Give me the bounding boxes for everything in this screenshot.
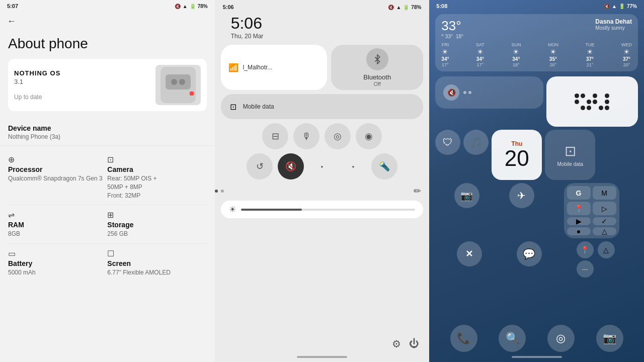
drive-icon[interactable]: △ — [593, 227, 616, 235]
camera-dock-app[interactable]: 📷 — [596, 325, 623, 352]
m1 — [575, 94, 579, 98]
weather-right: Dasna Dehat Mostly sunny — [595, 18, 632, 31]
mute-widget[interactable]: 🔇 — [435, 76, 543, 109]
hotspot-tile[interactable]: ◉ — [356, 123, 382, 149]
home-battery-icon: 🔋 — [619, 4, 625, 9]
weather-desc: Mostly sunny — [595, 25, 632, 31]
play-icon[interactable]: ▷ — [593, 202, 616, 215]
qs-dot-1 — [215, 190, 218, 193]
mobile-data-tile[interactable]: ⊡ Mobile data — [221, 94, 424, 119]
instagram-app[interactable]: 📷 — [454, 183, 479, 208]
mobile-data-tile-home[interactable]: ⊡ Mobile data — [545, 130, 595, 180]
maps-icon[interactable]: 📍 — [567, 202, 591, 215]
processor-label: Processor — [8, 165, 107, 173]
no-signal-icon: ⊡ — [565, 143, 576, 159]
screen-item: ☐ Screen 6.77" Flexible AMOLED — [107, 249, 206, 277]
dot1: ● — [309, 153, 335, 179]
m2 — [581, 94, 585, 98]
brightness-fill — [241, 209, 302, 211]
m10 — [593, 100, 597, 104]
music-widget[interactable] — [546, 76, 638, 127]
phone-dock-app[interactable]: 📞 — [450, 325, 477, 352]
wifi-name: l_Malhotr... — [243, 64, 273, 71]
m6 — [605, 94, 609, 98]
wifi-icon: 📶 — [228, 62, 239, 73]
forecast-tue: TUE ☀ 37° 21° — [585, 42, 594, 67]
location-icon[interactable]: ● — [567, 227, 591, 235]
signal-icon: ▲ — [183, 4, 188, 9]
ram-value: 8GB — [8, 230, 107, 238]
gmail-icon[interactable]: M — [593, 186, 616, 200]
qs-signal-icon: ▲ — [396, 5, 401, 10]
google-icon[interactable]: G — [567, 186, 591, 200]
settings-button[interactable]: ⚙ — [392, 338, 401, 350]
more-app[interactable]: ··· — [577, 260, 594, 278]
mute-widget-icon: 🔇 — [443, 84, 459, 101]
qs-status-icons: 🔇 ▲ 🔋 78% — [388, 5, 421, 10]
home-silent-icon: 🔇 — [604, 4, 610, 9]
brightness-bar[interactable] — [241, 209, 416, 211]
qs-small-row-1: ⊟ 🎙 ◎ ◉ — [221, 123, 424, 149]
m13 — [575, 106, 579, 110]
back-button[interactable]: ← — [0, 12, 215, 31]
camera-label: Camera — [107, 165, 206, 173]
home-screen-panel: 5:08 🔇 ▲ 🔋 77% 33° ^ 33° 18° Dasna Dehat… — [429, 0, 644, 362]
chrome-dock-app[interactable]: ◎ — [547, 325, 575, 352]
qs-tiles-container: 📶 l_Malhotr... Bluetooth Off ⊡ Mobile da… — [215, 45, 430, 184]
drive-app[interactable]: △ — [598, 241, 615, 258]
qs-battery-icon: 🔋 — [403, 5, 409, 10]
m16 — [593, 106, 597, 110]
os-name: NOTHING OS — [14, 69, 60, 77]
whatsapp-app[interactable]: 💬 — [517, 241, 542, 266]
home-signal-icon: ▲ — [612, 4, 617, 9]
weather-range-row: ^ 33° 18° — [441, 34, 463, 39]
weather-location: Dasna Dehat — [595, 18, 632, 25]
m17 — [599, 106, 603, 110]
brightness-control[interactable]: ☀ — [221, 201, 424, 218]
google-cluster[interactable]: G M 📍 ▷ ▶ ✓ ● △ — [564, 183, 619, 238]
shield-app[interactable]: 🛡 — [435, 130, 460, 155]
tasks-icon[interactable]: ✓ — [593, 217, 616, 225]
focus-tile[interactable]: ◎ — [325, 123, 351, 149]
telegram-app[interactable]: ✈ — [509, 183, 534, 208]
device-name-section: Device name Nothing Phone (3a) — [0, 119, 215, 146]
m5 — [599, 94, 603, 98]
weather-top: 33° ^ 33° 18° Dasna Dehat Mostly sunny — [441, 18, 632, 39]
qs-nav-bar — [297, 356, 347, 358]
device-info: NOTHING OS 3.1 Up to date — [14, 69, 60, 101]
m14 — [581, 106, 585, 110]
search-dock-app[interactable]: 🔍 — [499, 325, 526, 352]
mute-tile[interactable]: 🔇 — [278, 153, 304, 179]
rotate-tile[interactable]: ↺ — [247, 153, 273, 179]
m7 — [575, 100, 579, 104]
mobile-data-label-home: Mobile data — [557, 161, 583, 167]
flashlight-tile[interactable]: 🔦 — [371, 153, 397, 179]
qs-date: Thu, 20 Mar — [223, 33, 272, 45]
forecast-mon: MON ☀ 35° 20° — [548, 42, 558, 67]
page-title: About phone — [0, 31, 215, 59]
calendar-widget[interactable]: Thu 20 — [492, 130, 542, 180]
location-app[interactable]: 📍 — [577, 241, 594, 258]
music-app[interactable]: 🎵 — [463, 130, 489, 155]
weather-high: ^ 33° — [441, 34, 453, 39]
m3 — [587, 94, 591, 98]
device-name-value: Nothing Phone (3a) — [8, 133, 207, 140]
youtube-icon[interactable]: ▶ — [567, 217, 591, 225]
status-bar-1: 5:07 🔇 ▲ 🔋 78% — [0, 0, 215, 12]
ram-item: ⇌ RAM 8GB — [8, 210, 107, 238]
wifi-tile[interactable]: 📶 l_Malhotr... — [221, 45, 327, 90]
edit-button[interactable]: ✏ — [414, 186, 421, 197]
x-app[interactable]: ✕ — [457, 241, 482, 266]
forecast-sun: SUN ☀ 34° 18° — [511, 42, 521, 67]
power-button[interactable]: ⏻ — [409, 338, 419, 350]
bluetooth-tile[interactable]: Bluetooth Off — [331, 45, 423, 90]
dot2: ● — [340, 153, 366, 179]
processor-icon: ⊕ — [8, 155, 107, 164]
camera-item: ⊡ Camera Rear: 50MP OIS +50MP + 8MPFront… — [107, 155, 206, 200]
screen-value: 6.77" Flexible AMOLED — [107, 268, 206, 277]
battery-saver-tile[interactable]: ⊟ — [262, 123, 288, 149]
battery-icon-1: 🔋 — [190, 4, 196, 9]
camera-lens-2 — [179, 79, 185, 85]
mic-tile[interactable]: 🎙 — [293, 123, 319, 149]
weather-widget[interactable]: 33° ^ 33° 18° Dasna Dehat Mostly sunny F… — [435, 14, 638, 71]
